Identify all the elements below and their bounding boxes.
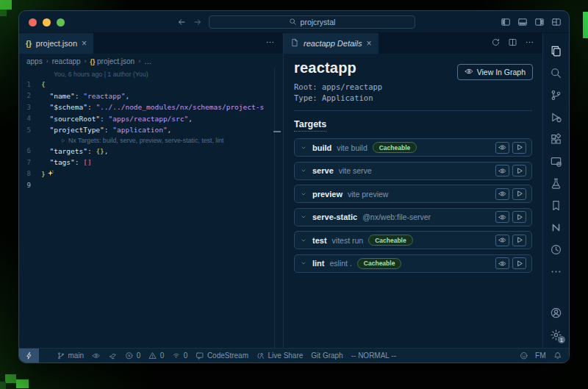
layout-grid-button[interactable] bbox=[551, 17, 562, 30]
activity-item-source-control[interactable] bbox=[543, 84, 569, 106]
close-tab-icon[interactable]: × bbox=[367, 39, 372, 48]
target-row-serve[interactable]: servevite serve bbox=[294, 162, 532, 180]
activity-item-settings[interactable]: 1 bbox=[543, 324, 569, 346]
search-icon bbox=[289, 18, 297, 26]
breadcrumb-item-apps[interactable]: apps bbox=[26, 57, 43, 65]
back-button[interactable] bbox=[176, 17, 187, 30]
copilot-sparkle-icon[interactable] bbox=[46, 169, 54, 179]
code-token: : bbox=[87, 147, 96, 155]
tab-actions-right bbox=[491, 33, 542, 54]
more-actions-button[interactable] bbox=[265, 37, 275, 50]
activity-item-files[interactable] bbox=[543, 40, 569, 62]
code-line-8: 8} bbox=[19, 168, 283, 180]
view-in-graph-button[interactable]: View In Graph bbox=[457, 64, 533, 80]
show-target-config-button[interactable] bbox=[495, 165, 509, 176]
bird-indicator[interactable] bbox=[109, 349, 118, 363]
breadcrumb-item-reactapp[interactable]: reactapp bbox=[52, 57, 81, 65]
panel-bottom-button[interactable] bbox=[517, 17, 528, 30]
warnings-indicator[interactable]: 0 bbox=[148, 349, 164, 363]
activity-item-remote[interactable] bbox=[543, 150, 569, 172]
code-token: : bbox=[104, 126, 112, 134]
more-button[interactable] bbox=[525, 37, 534, 50]
breadcrumb-separator: › bbox=[85, 57, 87, 65]
code-token: , bbox=[125, 92, 129, 100]
run-target-button[interactable] bbox=[512, 235, 526, 246]
target-row-lint[interactable]: linteslint .Cacheable bbox=[294, 254, 532, 273]
code-token: , bbox=[168, 126, 172, 134]
eye-icon bbox=[465, 67, 473, 77]
live-share-status[interactable]: Live Share bbox=[257, 349, 303, 363]
run-target-button[interactable] bbox=[512, 142, 526, 154]
nx-targets-codelens[interactable]: Nx Targets: build, serve, preview, serve… bbox=[19, 136, 283, 146]
activity-item-run-debug[interactable] bbox=[543, 106, 569, 128]
show-target-config-button[interactable] bbox=[495, 188, 509, 200]
notifications-bell[interactable] bbox=[553, 349, 562, 363]
target-row-serve-static[interactable]: serve-static@nx/web:file-server bbox=[294, 208, 532, 226]
forward-button[interactable] bbox=[193, 17, 203, 30]
breadcrumb-item--[interactable]: … bbox=[144, 57, 151, 65]
refresh-button[interactable] bbox=[491, 37, 501, 50]
more-icon bbox=[265, 38, 275, 47]
activity-item-beaker[interactable] bbox=[543, 172, 569, 194]
target-row-preview[interactable]: previewvite preview bbox=[294, 185, 532, 203]
breadcrumb-item-project-json[interactable]: {} project.json bbox=[90, 57, 135, 65]
line-number: 2 bbox=[19, 92, 41, 99]
extensions-icon bbox=[550, 133, 562, 146]
target-row-build[interactable]: buildvite buildCacheable bbox=[294, 138, 532, 157]
line-number: 6 bbox=[19, 147, 41, 154]
chevron-down-icon[interactable] bbox=[300, 167, 307, 174]
split-button[interactable] bbox=[508, 37, 517, 50]
panel-left-button[interactable] bbox=[501, 17, 511, 30]
tab-reactapp-details[interactable]: reactapp Details × bbox=[284, 33, 379, 54]
run-target-button[interactable] bbox=[512, 211, 526, 223]
git-branch-status[interactable]: main bbox=[57, 349, 84, 363]
codestream-status[interactable]: CodeStream bbox=[196, 349, 248, 363]
vim-mode-indicator[interactable]: -- NORMAL -- bbox=[351, 349, 396, 363]
close-window-button[interactable] bbox=[29, 18, 37, 26]
history-nav bbox=[176, 17, 203, 30]
divider bbox=[294, 110, 532, 111]
chevron-down-icon[interactable] bbox=[300, 237, 307, 244]
git-graph-status[interactable]: Git Graph bbox=[311, 349, 343, 363]
history-icon bbox=[550, 243, 562, 256]
minimize-window-button[interactable] bbox=[43, 18, 51, 26]
forward-icon bbox=[193, 17, 203, 27]
command-center-search[interactable]: projcrystal bbox=[209, 15, 415, 29]
errors-indicator[interactable]: 0 bbox=[125, 349, 140, 363]
activity-item-more[interactable] bbox=[543, 260, 569, 282]
status-label: Git Graph bbox=[311, 351, 343, 360]
gitlens-blame-toggle[interactable] bbox=[92, 349, 101, 363]
ports-indicator[interactable]: 0 bbox=[172, 349, 187, 363]
panel-right-button[interactable] bbox=[534, 17, 545, 30]
activity-item-search[interactable] bbox=[543, 62, 569, 84]
activity-bar: 1 bbox=[543, 33, 569, 348]
chevron-down-icon[interactable] bbox=[300, 144, 307, 151]
chevron-down-icon[interactable] bbox=[300, 260, 307, 267]
run-target-button[interactable] bbox=[512, 188, 526, 200]
chevron-down-icon[interactable] bbox=[300, 190, 307, 198]
cacheable-badge: Cacheable bbox=[373, 142, 417, 153]
show-target-config-button[interactable] bbox=[495, 235, 509, 246]
zoom-window-button[interactable] bbox=[57, 18, 65, 26]
target-row-test[interactable]: testvitest runCacheable bbox=[294, 231, 532, 249]
fm-indicator[interactable]: FM bbox=[535, 349, 545, 363]
close-tab-icon[interactable]: × bbox=[82, 39, 87, 48]
show-target-config-button[interactable] bbox=[495, 257, 509, 269]
activity-item-nx[interactable] bbox=[543, 216, 569, 238]
code-editor[interactable]: You, 6 hours ago | 1 author (You)1{2 "na… bbox=[19, 68, 283, 348]
warning-icon bbox=[148, 351, 157, 360]
tab-project-json[interactable]: {} project.json × bbox=[19, 33, 93, 54]
status-bar-right: FM bbox=[520, 349, 569, 363]
feedback-smiley[interactable] bbox=[520, 349, 528, 363]
show-target-config-button[interactable] bbox=[495, 211, 509, 223]
chevron-down-icon[interactable] bbox=[300, 213, 307, 221]
activity-item-history[interactable] bbox=[543, 238, 569, 260]
run-target-button[interactable] bbox=[512, 165, 526, 176]
activity-item-extensions[interactable] bbox=[543, 128, 569, 150]
show-target-config-button[interactable] bbox=[495, 142, 509, 154]
nx-remote-indicator[interactable] bbox=[19, 349, 39, 363]
git-blame-annotation: You, 6 hours ago | 1 author (You) bbox=[19, 69, 283, 79]
activity-item-bookmark[interactable] bbox=[543, 194, 569, 216]
run-target-button[interactable] bbox=[512, 257, 526, 269]
activity-item-account[interactable] bbox=[543, 301, 569, 324]
